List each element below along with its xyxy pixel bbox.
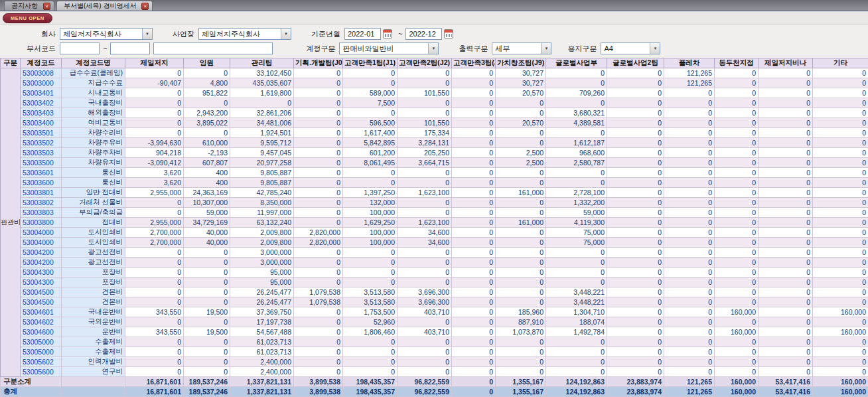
- account-code-cell[interactable]: 53005600: [21, 367, 62, 377]
- value-cell[interactable]: 0: [664, 118, 715, 128]
- value-cell[interactable]: 0: [496, 138, 546, 148]
- value-cell[interactable]: 0: [664, 208, 715, 218]
- account-name-cell[interactable]: 수출제비: [62, 347, 125, 357]
- value-cell[interactable]: 0: [343, 347, 398, 357]
- value-cell[interactable]: 0: [294, 148, 343, 158]
- value-cell[interactable]: 0: [813, 188, 868, 198]
- account-code-cell[interactable]: 53003402: [21, 98, 62, 108]
- value-cell[interactable]: 37,369,750: [230, 307, 294, 317]
- account-name-cell[interactable]: 광고선전비: [62, 248, 125, 258]
- value-cell[interactable]: 0: [759, 188, 813, 198]
- value-cell[interactable]: 0: [452, 228, 496, 238]
- value-cell[interactable]: 0: [294, 118, 343, 128]
- value-cell[interactable]: 0: [546, 357, 607, 367]
- value-cell[interactable]: 0: [715, 188, 759, 198]
- value-cell[interactable]: 0: [452, 218, 496, 228]
- account-name-cell[interactable]: 접대비: [62, 218, 125, 228]
- value-cell[interactable]: 0: [496, 337, 546, 347]
- value-cell[interactable]: 3,513,580: [343, 297, 398, 307]
- value-cell[interactable]: 0: [398, 108, 452, 118]
- value-cell[interactable]: 205,250: [398, 148, 452, 158]
- value-cell[interactable]: 0: [813, 208, 868, 218]
- account-type-select[interactable]: 판매비와일반비 ▼: [339, 42, 439, 54]
- value-cell[interactable]: 0: [759, 268, 813, 278]
- value-cell[interactable]: 0: [715, 218, 759, 228]
- value-cell[interactable]: 2,500: [496, 158, 546, 168]
- value-cell[interactable]: 0: [125, 98, 184, 108]
- value-cell[interactable]: 0: [452, 317, 496, 327]
- value-cell[interactable]: 0: [664, 337, 715, 347]
- value-cell[interactable]: 0: [125, 337, 184, 347]
- value-cell[interactable]: 0: [607, 278, 664, 287]
- value-cell[interactable]: 7,500: [343, 98, 398, 108]
- value-cell[interactable]: 0: [607, 108, 664, 118]
- value-cell[interactable]: 30,727: [496, 68, 546, 78]
- value-cell[interactable]: 63,132,240: [230, 218, 294, 228]
- value-cell[interactable]: 0: [294, 168, 343, 178]
- value-cell[interactable]: 0: [607, 228, 664, 238]
- close-icon[interactable]: ×: [43, 3, 50, 10]
- value-cell[interactable]: 0: [452, 128, 496, 138]
- value-cell[interactable]: -90,407: [125, 78, 184, 88]
- column-header[interactable]: 고객만족2팀(J2): [398, 58, 452, 68]
- value-cell[interactable]: 0: [715, 238, 759, 248]
- value-cell[interactable]: 0: [607, 78, 664, 88]
- value-cell[interactable]: 0: [715, 297, 759, 307]
- value-cell[interactable]: 0: [452, 198, 496, 208]
- value-cell[interactable]: 0: [607, 317, 664, 327]
- value-cell[interactable]: 0: [452, 327, 496, 337]
- column-header[interactable]: 플레차: [664, 58, 715, 68]
- value-cell[interactable]: 11,997,000: [230, 208, 294, 218]
- value-cell[interactable]: 0: [715, 108, 759, 118]
- footer-value-cell[interactable]: 16,871,601: [125, 387, 184, 397]
- value-cell[interactable]: 0: [294, 327, 343, 337]
- value-cell[interactable]: 0: [715, 357, 759, 367]
- value-cell[interactable]: 0: [715, 347, 759, 357]
- value-cell[interactable]: 0: [813, 158, 868, 168]
- value-cell[interactable]: 0: [294, 317, 343, 327]
- value-cell[interactable]: 0: [715, 118, 759, 128]
- column-header[interactable]: 고객만족3팀(J3): [452, 58, 496, 68]
- value-cell[interactable]: 0: [664, 248, 715, 258]
- value-cell[interactable]: 0: [664, 128, 715, 138]
- value-cell[interactable]: 0: [546, 168, 607, 178]
- footer-value-cell[interactable]: 124,192,863: [546, 387, 607, 397]
- value-cell[interactable]: 0: [664, 238, 715, 248]
- value-cell[interactable]: 0: [184, 68, 230, 78]
- account-code-cell[interactable]: 53004200: [21, 258, 62, 268]
- value-cell[interactable]: 0: [813, 138, 868, 148]
- value-cell[interactable]: 0: [607, 178, 664, 188]
- value-cell[interactable]: 0: [294, 357, 343, 367]
- value-cell[interactable]: 0: [664, 168, 715, 178]
- value-cell[interactable]: 0: [184, 287, 230, 297]
- footer-value-cell[interactable]: 160,000: [715, 387, 759, 397]
- value-cell[interactable]: 0: [813, 88, 868, 98]
- value-cell[interactable]: 0: [184, 347, 230, 357]
- value-cell[interactable]: 0: [664, 347, 715, 357]
- value-cell[interactable]: 0: [759, 88, 813, 98]
- value-cell[interactable]: 0: [715, 128, 759, 138]
- value-cell[interactable]: 0: [125, 258, 184, 268]
- footer-value-cell[interactable]: 0: [452, 387, 496, 397]
- value-cell[interactable]: 0: [607, 367, 664, 377]
- value-cell[interactable]: 0: [759, 138, 813, 148]
- value-cell[interactable]: 0: [125, 68, 184, 78]
- value-cell[interactable]: 0: [664, 268, 715, 278]
- value-cell[interactable]: 0: [715, 158, 759, 168]
- value-cell[interactable]: 0: [715, 78, 759, 88]
- value-cell[interactable]: 0: [294, 218, 343, 228]
- footer-value-cell[interactable]: 53,417,416: [759, 377, 813, 387]
- value-cell[interactable]: 0: [184, 357, 230, 367]
- value-cell[interactable]: 32,861,206: [230, 108, 294, 118]
- value-cell[interactable]: 0: [452, 248, 496, 258]
- value-cell[interactable]: 1,332,200: [546, 198, 607, 208]
- value-cell[interactable]: 0: [452, 178, 496, 188]
- value-cell[interactable]: 0: [398, 337, 452, 347]
- tab-expense-report[interactable]: 부서별(세목) 경비명세서 ×: [56, 1, 153, 11]
- value-cell[interactable]: 0: [715, 198, 759, 208]
- dept-code-from-input[interactable]: [60, 42, 100, 54]
- value-cell[interactable]: 1,073,870: [496, 327, 546, 337]
- footer-value-cell[interactable]: 160,000: [715, 377, 759, 387]
- footer-value-cell[interactable]: 121,265: [664, 377, 715, 387]
- value-cell[interactable]: 4,119,300: [546, 218, 607, 228]
